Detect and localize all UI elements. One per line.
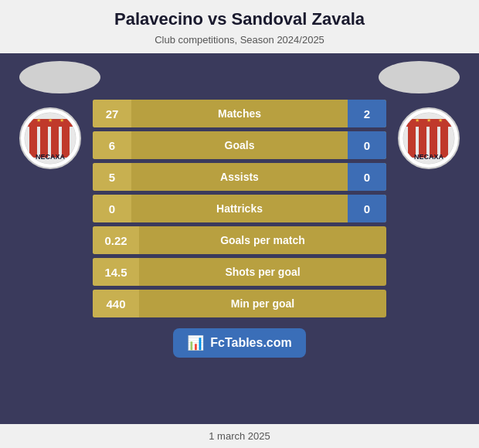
page-subtitle: Club competitions, Season 2024/2025 [0,32,479,53]
stat-hattricks-left: 0 [93,195,131,222]
stat-hattricks-label: Hattricks [131,202,348,215]
right-team-logo: ★ ★ ★ NECAXA [394,100,464,169]
stat-mpg-label: Min per goal [139,297,386,310]
fctables-icon: 📊 [187,334,204,351]
necaxa-logo-left: ★ ★ ★ NECAXA [19,107,81,169]
stat-row-matches: 27 Matches 2 [93,100,386,127]
stat-goals-left: 6 [93,131,131,159]
fctables-badge[interactable]: 📊 FcTables.com [173,328,306,358]
footer: 1 march 2025 [0,424,479,448]
necaxa-logo-right: ★ ★ ★ NECAXA [398,107,460,169]
top-ellipses [15,61,464,93]
center-stats: 27 Matches 2 6 Goals 0 5 Assists 0 [93,100,386,317]
svg-text:★: ★ [36,117,41,123]
stat-row-shots-per-goal: 14.5 Shots per goal [93,258,386,286]
main-area: ★ ★ ★ NECAXA 27 Matches 2 [0,53,479,424]
left-ellipse [19,61,100,93]
fctables-text: FcTables.com [210,336,292,350]
stat-assists-right: 0 [348,163,386,191]
stat-matches-right: 2 [348,100,386,127]
stat-row-assists: 5 Assists 0 [93,163,386,191]
stat-spg-left: 14.5 [93,258,139,286]
svg-text:★: ★ [438,117,443,123]
svg-text:★: ★ [426,117,431,123]
stats-wrapper: ★ ★ ★ NECAXA 27 Matches 2 [15,100,464,317]
stat-assists-left: 5 [93,163,131,191]
stat-gpm-label: Goals per match [139,234,386,246]
svg-text:★: ★ [59,117,64,123]
stat-assists-label: Assists [131,171,348,183]
page-wrapper: Palavecino vs Sandoval Zavala Club compe… [0,0,479,448]
stat-spg-label: Shots per goal [139,266,386,278]
stat-hattricks-right: 0 [348,195,386,222]
left-team-logo: ★ ★ ★ NECAXA [15,100,85,169]
stat-matches-left: 27 [93,100,131,127]
footer-date: 1 march 2025 [209,430,270,442]
svg-text:★: ★ [415,117,420,123]
stat-gpm-left: 0.22 [93,226,139,254]
right-ellipse [379,61,460,93]
stat-row-hattricks: 0 Hattricks 0 [93,195,386,222]
svg-text:★: ★ [48,117,53,123]
stat-row-goals: 6 Goals 0 [93,131,386,159]
page-title: Palavecino vs Sandoval Zavala [0,0,479,32]
stat-goals-right: 0 [348,131,386,159]
stat-row-min-per-goal: 440 Min per goal [93,290,386,317]
stat-mpg-left: 440 [93,290,139,317]
svg-text:NECAXA: NECAXA [414,153,444,161]
stat-row-goals-per-match: 0.22 Goals per match [93,226,386,254]
stat-matches-label: Matches [131,107,348,120]
stat-goals-label: Goals [131,139,348,151]
top-section: Palavecino vs Sandoval Zavala Club compe… [0,0,479,53]
svg-text:NECAXA: NECAXA [36,153,66,161]
